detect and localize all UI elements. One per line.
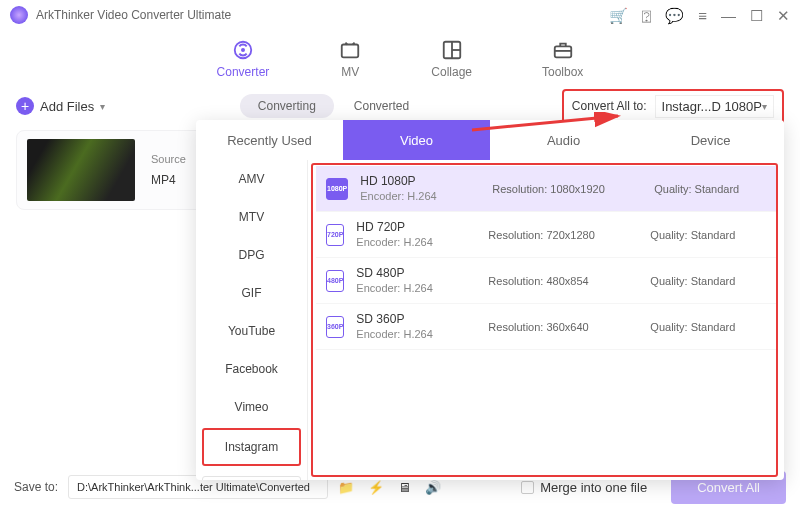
svg-rect-2 [342, 45, 359, 58]
format-option[interactable]: 480PSD 480PEncoder: H.264Resolution: 480… [316, 258, 776, 304]
format-text: HD 720PEncoder: H.264 [356, 220, 476, 250]
category-youtube[interactable]: YouTube [196, 312, 307, 350]
category-instagram[interactable]: Instagram [202, 428, 301, 466]
add-files-button[interactable]: + Add Files ▾ [16, 97, 105, 115]
category-vimeo[interactable]: Vimeo [196, 388, 307, 426]
checkbox-icon [521, 481, 534, 494]
menu-icon[interactable]: ≡ [698, 8, 707, 23]
convert-all-value-text: Instagr...D 1080P [662, 99, 762, 114]
add-files-label: Add Files [40, 99, 94, 114]
convert-all-dropdown[interactable]: Convert All to: Instagr...D 1080P ▾ [562, 89, 784, 124]
converted-pill[interactable]: Converted [336, 94, 427, 118]
popup-tab-video[interactable]: Video [343, 120, 490, 160]
merge-checkbox[interactable]: Merge into one file [521, 480, 647, 495]
high-speed-icon[interactable]: ⚡ [368, 480, 384, 495]
status-toggle: Converting Converted [240, 94, 427, 118]
app-title: ArkThinker Video Converter Ultimate [36, 8, 609, 22]
popup-body: AMVMTVDPGGIFYouTubeFacebookVimeoInstagra… [196, 160, 784, 480]
format-text: SD 480PEncoder: H.264 [356, 266, 476, 296]
main-tabs: Converter MV Collage Toolbox [0, 30, 800, 88]
format-text: HD 1080PEncoder: H.264 [360, 174, 480, 204]
sound-icon[interactable]: 🔊 [425, 480, 441, 495]
format-icon: 1080P [326, 178, 348, 200]
format-resolution: Resolution: 1080x1920 [492, 183, 642, 195]
source-value: MP4 [151, 173, 186, 187]
mv-icon [339, 39, 361, 61]
tab-toolbox[interactable]: Toolbox [542, 39, 583, 79]
maximize-icon[interactable]: ☐ [750, 8, 763, 23]
tab-mv[interactable]: MV [339, 39, 361, 79]
format-panel: 1080PHD 1080PEncoder: H.264Resolution: 1… [308, 160, 784, 480]
category-facebook[interactable]: Facebook [196, 350, 307, 388]
format-resolution: Resolution: 720x1280 [488, 229, 638, 241]
title-bar: ArkThinker Video Converter Ultimate 🛒 ⍰ … [0, 0, 800, 30]
format-list: 1080PHD 1080PEncoder: H.264Resolution: 1… [316, 166, 776, 474]
svg-point-1 [241, 48, 245, 52]
window-controls: 🛒 ⍰ 💬 ≡ — ☐ ✕ [609, 8, 790, 23]
format-popup: Recently Used Video Audio Device AMVMTVD… [196, 120, 784, 480]
convert-all-label: Convert All to: [572, 99, 647, 113]
category-list[interactable]: AMVMTVDPGGIFYouTubeFacebookVimeoInstagra… [196, 160, 308, 480]
app-logo-icon [10, 6, 28, 24]
tab-toolbox-label: Toolbox [542, 65, 583, 79]
tab-collage[interactable]: Collage [431, 39, 472, 79]
close-icon[interactable]: ✕ [777, 8, 790, 23]
cart-icon[interactable]: 🛒 [609, 8, 628, 23]
category-amv[interactable]: AMV [196, 160, 307, 198]
tab-collage-label: Collage [431, 65, 472, 79]
format-quality: Quality: Standard [654, 183, 774, 195]
bottom-mini-icons: 📁 ⚡ 🖥 🔊 [338, 480, 441, 495]
format-icon: 480P [326, 270, 344, 292]
popup-tab-device[interactable]: Device [637, 120, 784, 160]
feedback-icon[interactable]: 💬 [665, 8, 684, 23]
popup-tab-recent[interactable]: Recently Used [196, 120, 343, 160]
format-text: SD 360PEncoder: H.264 [356, 312, 476, 342]
key-icon[interactable]: ⍰ [642, 8, 651, 23]
gpu-icon[interactable]: 🖥 [398, 480, 411, 495]
format-option[interactable]: 1080PHD 1080PEncoder: H.264Resolution: 1… [316, 166, 776, 212]
converting-pill[interactable]: Converting [240, 94, 334, 118]
tab-mv-label: MV [341, 65, 359, 79]
minimize-icon[interactable]: — [721, 8, 736, 23]
tab-converter-label: Converter [217, 65, 270, 79]
source-label: Source [151, 153, 186, 165]
format-option[interactable]: 360PSD 360PEncoder: H.264Resolution: 360… [316, 304, 776, 350]
popup-tab-audio[interactable]: Audio [490, 120, 637, 160]
svg-rect-6 [554, 46, 571, 57]
chevron-down-icon: ▾ [762, 101, 767, 112]
tab-converter[interactable]: Converter [217, 39, 270, 79]
folder-icon[interactable]: 📁 [338, 480, 354, 495]
converter-icon [232, 39, 254, 61]
search-input[interactable]: Search [202, 476, 301, 480]
merge-label: Merge into one file [540, 480, 647, 495]
format-icon: 360P [326, 316, 344, 338]
convert-all-value: Instagr...D 1080P ▾ [655, 95, 774, 118]
toolbox-icon [552, 39, 574, 61]
format-resolution: Resolution: 360x640 [488, 321, 638, 333]
category-gif[interactable]: GIF [196, 274, 307, 312]
format-quality: Quality: Standard [650, 229, 770, 241]
category-dpg[interactable]: DPG [196, 236, 307, 274]
chevron-down-icon: ▾ [100, 101, 105, 112]
plus-icon: + [16, 97, 34, 115]
thumbnail [27, 139, 135, 201]
format-quality: Quality: Standard [650, 275, 770, 287]
save-to-label: Save to: [14, 480, 58, 494]
toolbar: + Add Files ▾ Converting Converted Conve… [0, 88, 800, 124]
format-icon: 720P [326, 224, 344, 246]
category-mtv[interactable]: MTV [196, 198, 307, 236]
collage-icon [441, 39, 463, 61]
format-option[interactable]: 720PHD 720PEncoder: H.264Resolution: 720… [316, 212, 776, 258]
format-resolution: Resolution: 480x854 [488, 275, 638, 287]
file-meta: Source MP4 [151, 153, 186, 187]
popup-tabs: Recently Used Video Audio Device [196, 120, 784, 160]
format-quality: Quality: Standard [650, 321, 770, 333]
